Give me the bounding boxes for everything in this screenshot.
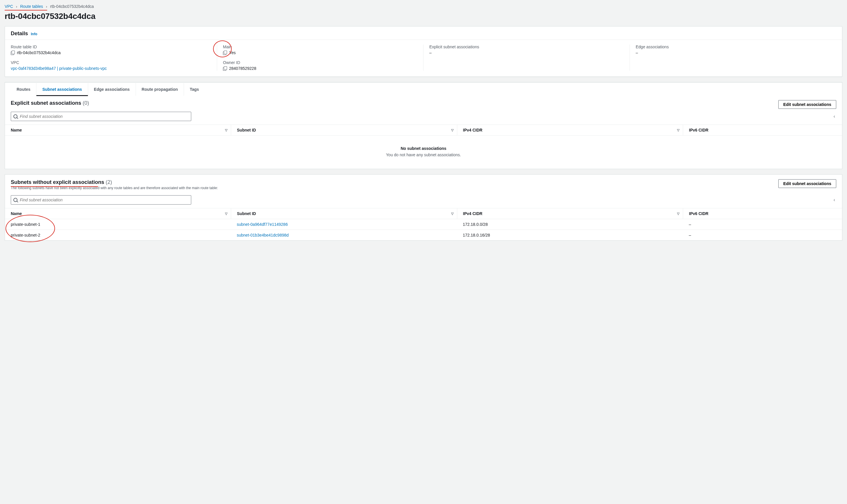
explicit-section-title: Explicit subnet associations	[11, 100, 81, 106]
cell-ipv6: –	[683, 230, 842, 241]
implicit-section: Subnets without explicit associations (2…	[5, 174, 842, 241]
breadcrumb: VPC › Route tables › rtb-04cbc07532b4c4d…	[5, 4, 842, 9]
copy-icon[interactable]	[223, 66, 227, 71]
value-owner-id: 284078529228	[229, 66, 256, 71]
details-panel: Details Info Route table ID rtb-04cbc075…	[5, 26, 842, 77]
implicit-table: Name ▽ Subnet ID ▽ IPv4 CIDR ▽ IPv6 CIDR	[5, 208, 842, 240]
col-name[interactable]: Name ▽	[5, 208, 231, 219]
label-main: Main	[223, 44, 417, 49]
explicit-empty-state: No subnet associations You do not have a…	[11, 139, 836, 166]
col-ipv4[interactable]: IPv4 CIDR ▽	[457, 125, 683, 136]
sort-icon: ▽	[451, 212, 453, 216]
value-route-table-id: rtb-04cbc07532b4c4dca	[17, 50, 60, 55]
chevron-right-icon: ›	[16, 4, 17, 9]
value-main: Yes	[229, 50, 236, 55]
col-subnet-id[interactable]: Subnet ID ▽	[231, 208, 457, 219]
label-explicit-assoc: Explicit subnet associations	[429, 44, 624, 49]
tab-routes[interactable]: Routes	[11, 83, 36, 96]
cell-subnet-id-link[interactable]: subnet-01b3e4be41dc9898d	[237, 233, 289, 237]
implicit-search-input[interactable]	[19, 197, 188, 202]
implicit-section-count: (2)	[106, 179, 112, 185]
tab-tags[interactable]: Tags	[184, 83, 205, 96]
explicit-search-input[interactable]	[19, 114, 188, 119]
breadcrumb-link-vpc[interactable]: VPC	[5, 4, 13, 9]
label-owner-id: Owner ID	[223, 60, 417, 65]
col-ipv6[interactable]: IPv6 CIDR	[683, 208, 842, 219]
search-icon	[13, 114, 17, 119]
label-edge-assoc: Edge associations	[636, 44, 836, 49]
chevron-left-icon[interactable]: ‹	[834, 197, 836, 202]
label-vpc: VPC	[11, 60, 211, 65]
sort-icon: ▽	[225, 128, 227, 132]
value-vpc-link[interactable]: vpc-0af4783d34be98a47 | private-public-s…	[11, 66, 107, 71]
sort-icon: ▽	[451, 128, 453, 132]
edit-subnet-associations-button-2[interactable]: Edit subnet associations	[778, 179, 836, 188]
sort-icon: ▽	[225, 212, 227, 216]
copy-icon[interactable]	[11, 51, 15, 55]
cell-ipv4: 172.18.0.16/28	[457, 230, 683, 241]
col-ipv6[interactable]: IPv6 CIDR	[683, 125, 842, 136]
cell-ipv4: 172.18.0.0/28	[457, 219, 683, 230]
table-row: private-subnet-2subnet-01b3e4be41dc9898d…	[5, 230, 842, 241]
search-icon	[13, 198, 17, 202]
value-edge-assoc: –	[636, 50, 836, 55]
cell-ipv6: –	[683, 219, 842, 230]
cell-subnet-id-link[interactable]: subnet-0a964df77e1149286	[237, 222, 288, 227]
cell-name: private-subnet-1	[5, 219, 231, 230]
details-heading: Details	[11, 31, 28, 37]
chevron-right-icon: ›	[46, 4, 47, 9]
page-title: rtb-04cbc07532b4c4dca	[5, 12, 842, 21]
col-ipv4[interactable]: IPv4 CIDR ▽	[457, 208, 683, 219]
tabs: Routes Subnet associations Edge associat…	[5, 82, 842, 95]
sort-icon: ▽	[677, 212, 679, 216]
label-route-table-id: Route table ID	[11, 44, 211, 49]
copy-icon[interactable]	[223, 51, 227, 55]
tab-subnet-associations[interactable]: Subnet associations	[36, 83, 88, 96]
explicit-table: Name ▽ Subnet ID ▽ IPv4 CIDR ▽ IPv6 CIDR	[5, 125, 842, 169]
explicit-section-count: (0)	[83, 100, 89, 106]
sort-icon: ▽	[677, 128, 679, 132]
value-explicit-assoc: –	[429, 50, 624, 55]
tabs-and-explicit-section: Routes Subnet associations Edge associat…	[5, 82, 842, 169]
breadcrumb-link-route-tables[interactable]: Route tables	[20, 4, 43, 9]
empty-subtitle: You do not have any subnet associations.	[11, 152, 836, 157]
empty-title: No subnet associations	[11, 146, 836, 151]
implicit-search-box[interactable]	[11, 195, 191, 204]
info-link[interactable]: Info	[31, 32, 37, 36]
tab-edge-associations[interactable]: Edge associations	[88, 83, 136, 96]
col-subnet-id[interactable]: Subnet ID ▽	[231, 125, 457, 136]
cell-name: private-subnet-2	[5, 230, 231, 241]
table-row: private-subnet-1subnet-0a964df77e1149286…	[5, 219, 842, 230]
implicit-section-desc: The following subnets have not been expl…	[11, 186, 778, 190]
chevron-left-icon[interactable]: ‹	[834, 114, 836, 119]
explicit-search-box[interactable]	[11, 112, 191, 121]
breadcrumb-current: rtb-04cbc07532b4c4dca	[50, 4, 94, 9]
implicit-section-title: Subnets without explicit associations	[11, 179, 104, 185]
edit-subnet-associations-button[interactable]: Edit subnet associations	[778, 100, 836, 109]
tab-route-propagation[interactable]: Route propagation	[136, 83, 184, 96]
col-name[interactable]: Name ▽	[5, 125, 231, 136]
